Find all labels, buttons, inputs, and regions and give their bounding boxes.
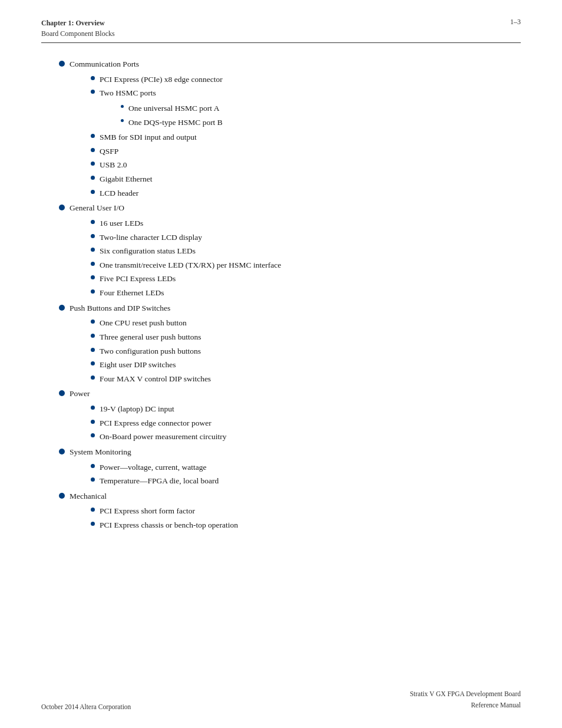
- list-item: SMB for SDI input and output: [91, 130, 521, 144]
- bullet-icon: [91, 406, 95, 410]
- footer-right: Stratix V GX FPGA Development Board Refe…: [410, 689, 521, 710]
- bullet-icon: [91, 319, 95, 324]
- bullet-icon: [59, 305, 65, 311]
- list-item: Eight user DIP switches: [91, 358, 521, 372]
- bullet-icon: [91, 162, 95, 166]
- list-item: USB 2.0: [91, 158, 521, 172]
- footer-left: October 2014 Altera Corporation: [41, 703, 131, 710]
- list-item-text: QSFP: [100, 144, 521, 159]
- page: Chapter 1: Overview Board Component Bloc…: [0, 0, 562, 728]
- bullet-icon: [91, 334, 95, 338]
- bullet-icon: [91, 134, 95, 138]
- main-list: Communication PortsPCI Express (PCIe) x8…: [41, 57, 521, 533]
- list-item-text: Two configuration push buttons: [100, 344, 521, 358]
- list-item: PCI Express short form factor: [91, 504, 521, 518]
- list-item-text: Six configuration status LEDs: [100, 244, 521, 258]
- bullet-icon: [91, 375, 95, 380]
- list-item: Power19-V (laptop) DC inputPCI Express e…: [59, 387, 521, 445]
- list-item: System MonitoringPower—voltage, current,…: [59, 445, 521, 489]
- list-item-text: USB 2.0: [100, 158, 521, 172]
- list-item: PCI Express (PCIe) x8 edge connector: [91, 73, 521, 87]
- list-item-text: 19-V (laptop) DC input: [100, 402, 521, 416]
- bullet-icon: [59, 61, 65, 67]
- list-item: MechanicalPCI Express short form factorP…: [59, 489, 521, 533]
- list-item-text: One CPU reset push button: [100, 316, 521, 330]
- list-item: Two configuration push buttons: [91, 344, 521, 358]
- list-level-2: 19-V (laptop) DC inputPCI Express edge c…: [70, 402, 521, 444]
- bullet-icon: [91, 420, 95, 424]
- list-item-text: System MonitoringPower—voltage, current,…: [70, 445, 521, 489]
- list-item: One transmit/receive LED (TX/RX) per HSM…: [91, 258, 521, 272]
- bullet-icon: [121, 105, 124, 108]
- list-item-text: On-Board power measurement circuitry: [100, 430, 521, 444]
- list-item-text: SMB for SDI input and output: [100, 130, 521, 144]
- footer-title-line2: Reference Manual: [410, 700, 521, 710]
- list-level-2: 16 user LEDsTwo-line character LCD displ…: [70, 216, 521, 300]
- list-level-2: PCI Express short form factorPCI Express…: [70, 504, 521, 532]
- bullet-icon: [91, 220, 95, 224]
- list-item-text: One transmit/receive LED (TX/RX) per HSM…: [100, 258, 521, 272]
- list-item: One CPU reset push button: [91, 316, 521, 330]
- list-item-text: Gigabit Ethernet: [100, 172, 521, 186]
- list-item: Three general user push buttons: [91, 330, 521, 344]
- bullet-icon: [121, 119, 124, 122]
- bullet-icon: [91, 522, 95, 526]
- bullet-icon: [91, 433, 95, 437]
- list-item-text: Eight user DIP switches: [100, 358, 521, 372]
- list-item: Push Buttons and DIP SwitchesOne CPU res…: [59, 301, 521, 387]
- list-level-2: PCI Express (PCIe) x8 edge connectorTwo …: [70, 73, 521, 200]
- list-item: Four MAX V control DIP switches: [91, 372, 521, 386]
- list-item-text: Power19-V (laptop) DC inputPCI Express e…: [70, 387, 521, 445]
- bullet-icon: [91, 248, 95, 252]
- list-item-text: PCI Express short form factor: [100, 504, 521, 518]
- bullet-icon: [91, 477, 95, 482]
- list-item-text: PCI Express edge connector power: [100, 416, 521, 430]
- list-item-text: 16 user LEDs: [100, 216, 521, 230]
- list-item-text: General User I/O16 user LEDsTwo-line cha…: [70, 201, 521, 301]
- bullet-icon: [91, 464, 95, 468]
- header-left: Chapter 1: Overview Board Component Bloc…: [41, 18, 115, 39]
- bullet-icon: [91, 348, 95, 352]
- list-item: Gigabit Ethernet: [91, 172, 521, 186]
- footer-title-line1: Stratix V GX FPGA Development Board: [410, 689, 521, 699]
- list-level-3: One universal HSMC port AOne DQS-type HS…: [100, 101, 521, 129]
- list-item: 19-V (laptop) DC input: [91, 402, 521, 416]
- bullet-icon: [59, 390, 65, 396]
- page-number: 1–3: [510, 18, 521, 27]
- list-item-text: Four MAX V control DIP switches: [100, 372, 521, 386]
- list-item: Communication PortsPCI Express (PCIe) x8…: [59, 57, 521, 201]
- list-item: 16 user LEDs: [91, 216, 521, 230]
- list-item-text: Four Ethernet LEDs: [100, 286, 521, 300]
- list-item-text: Temperature—FPGA die, local board: [100, 474, 521, 488]
- bullet-icon: [91, 76, 95, 80]
- page-header: Chapter 1: Overview Board Component Bloc…: [41, 18, 521, 43]
- list-item: One universal HSMC port A: [121, 101, 521, 116]
- list-item-text: Power—voltage, current, wattage: [100, 460, 521, 475]
- bullet-icon: [91, 262, 95, 266]
- list-item-text: Two-line character LCD display: [100, 230, 521, 245]
- chapter-title: Chapter 1: Overview: [41, 18, 115, 28]
- bullet-icon: [91, 176, 95, 180]
- bullet-icon: [59, 449, 65, 454]
- list-item: On-Board power measurement circuitry: [91, 430, 521, 444]
- list-item-text: Push Buttons and DIP SwitchesOne CPU res…: [70, 301, 521, 387]
- list-item-text: PCI Express chassis or bench-top operati…: [100, 518, 521, 532]
- bullet-icon: [91, 90, 95, 94]
- list-item: Power—voltage, current, wattage: [91, 460, 521, 475]
- list-item-text: PCI Express (PCIe) x8 edge connector: [100, 73, 521, 87]
- list-item: Two HSMC portsOne universal HSMC port AO…: [91, 86, 521, 130]
- bullet-icon: [91, 361, 95, 365]
- list-item: Temperature—FPGA die, local board: [91, 474, 521, 488]
- list-item-text: Communication PortsPCI Express (PCIe) x8…: [70, 57, 521, 201]
- list-item-text: One DQS-type HSMC port B: [128, 116, 521, 130]
- bullet-icon: [91, 234, 95, 238]
- list-item-text: MechanicalPCI Express short form factorP…: [70, 489, 521, 533]
- subsection-title: Board Component Blocks: [41, 28, 115, 39]
- list-item: PCI Express edge connector power: [91, 416, 521, 430]
- list-item: QSFP: [91, 144, 521, 159]
- list-item-text: Three general user push buttons: [100, 330, 521, 344]
- bullet-icon: [59, 493, 65, 499]
- list-item-text: Five PCI Express LEDs: [100, 272, 521, 286]
- bullet-icon: [91, 190, 95, 194]
- list-item: General User I/O16 user LEDsTwo-line cha…: [59, 201, 521, 301]
